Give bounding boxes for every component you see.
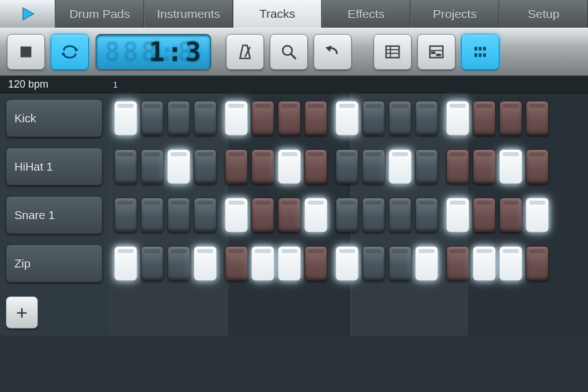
- step-cell[interactable]: [499, 149, 522, 184]
- step-cell[interactable]: [114, 101, 137, 135]
- track-name-kick[interactable]: Kick: [6, 99, 103, 137]
- step-cell[interactable]: [473, 198, 496, 232]
- step-cell[interactable]: [336, 101, 359, 135]
- step-cell[interactable]: [304, 246, 327, 281]
- step-cell[interactable]: [389, 198, 412, 232]
- add-track-button[interactable]: +: [6, 296, 38, 329]
- step-cell[interactable]: [362, 198, 385, 232]
- step-cell[interactable]: [526, 198, 549, 232]
- step-cell[interactable]: [362, 149, 385, 184]
- zoom-button[interactable]: [270, 34, 308, 70]
- step-cell[interactable]: [225, 246, 248, 281]
- step-cell[interactable]: [194, 198, 217, 232]
- step-cell[interactable]: [362, 246, 385, 281]
- step-cell[interactable]: [167, 198, 190, 232]
- step-cell[interactable]: [446, 198, 469, 232]
- tab-effects[interactable]: Effects: [322, 0, 410, 28]
- step-cell[interactable]: [141, 198, 164, 232]
- step-cell[interactable]: [114, 149, 137, 184]
- step-cell[interactable]: [194, 149, 217, 184]
- step-cell[interactable]: [415, 246, 438, 281]
- piano-roll-view-button[interactable]: [417, 34, 455, 70]
- step-cell[interactable]: [194, 101, 217, 135]
- step-cell[interactable]: [446, 101, 469, 135]
- step-cell[interactable]: [141, 149, 164, 184]
- step-cell[interactable]: [141, 246, 164, 281]
- step-cell[interactable]: [415, 149, 438, 184]
- tab-projects[interactable]: Projects: [410, 0, 499, 28]
- step-cell[interactable]: [526, 246, 549, 281]
- step-cell[interactable]: [278, 149, 301, 184]
- step-cell[interactable]: [114, 198, 137, 232]
- step-cell[interactable]: [473, 149, 496, 184]
- tempo-display[interactable]: 120 bpm: [0, 76, 108, 93]
- step-cell[interactable]: [526, 149, 549, 184]
- track-row: [114, 196, 588, 234]
- ruler-bar-1: 1: [113, 80, 118, 89]
- step-cell[interactable]: [278, 198, 301, 232]
- step-cell[interactable]: [225, 149, 248, 184]
- step-cell[interactable]: [141, 101, 164, 135]
- tab-setup[interactable]: Setup: [499, 0, 588, 28]
- tab-label: Projects: [433, 7, 477, 21]
- step-cell[interactable]: [473, 246, 496, 281]
- step-cell[interactable]: [167, 246, 190, 281]
- step-view-button[interactable]: [461, 34, 499, 70]
- metronome-button[interactable]: [226, 34, 264, 70]
- step-cell[interactable]: [304, 198, 327, 232]
- loop-button[interactable]: [51, 34, 89, 70]
- svg-line-6: [291, 54, 296, 59]
- step-cell[interactable]: [225, 101, 248, 135]
- step-cell[interactable]: [473, 101, 496, 135]
- step-cell[interactable]: [304, 101, 327, 135]
- step-cell[interactable]: [446, 149, 469, 184]
- step-cell[interactable]: [225, 198, 248, 232]
- track-label: Zip: [14, 257, 31, 270]
- timeline-ruler[interactable]: 1: [108, 76, 588, 93]
- track-name-snare-1[interactable]: Snare 1: [6, 196, 103, 234]
- step-cell[interactable]: [251, 198, 274, 232]
- play-button[interactable]: [0, 0, 55, 28]
- tab-instruments[interactable]: Instruments: [144, 0, 233, 28]
- step-cell[interactable]: [446, 246, 469, 281]
- step-cell[interactable]: [415, 198, 438, 232]
- step-cell[interactable]: [389, 149, 412, 184]
- step-cell[interactable]: [167, 149, 190, 184]
- tab-tracks[interactable]: Tracks: [233, 0, 322, 28]
- position-display[interactable]: 888:8 1:3: [96, 34, 211, 70]
- track-row: [114, 244, 588, 282]
- step-cell[interactable]: [526, 101, 549, 135]
- step-cell[interactable]: [251, 149, 274, 184]
- step-cell[interactable]: [499, 198, 522, 232]
- track-name-zip[interactable]: Zip: [6, 244, 103, 282]
- search-icon: [280, 43, 297, 61]
- step-cell[interactable]: [362, 101, 385, 135]
- step-cell[interactable]: [278, 246, 301, 281]
- step-cell[interactable]: [336, 198, 359, 232]
- step-cell[interactable]: [167, 101, 190, 135]
- step-cell[interactable]: [336, 149, 359, 184]
- song-view-button[interactable]: [374, 34, 412, 70]
- step-cell[interactable]: [389, 101, 412, 135]
- step-cell[interactable]: [304, 149, 327, 184]
- undo-button[interactable]: [314, 34, 352, 70]
- step-cell[interactable]: [114, 246, 137, 281]
- step-cell[interactable]: [389, 246, 412, 281]
- step-cell[interactable]: [194, 246, 217, 281]
- lcd-ghost: 888:8: [104, 36, 195, 67]
- step-cell[interactable]: [336, 246, 359, 281]
- track-name-hihat-1[interactable]: HiHat 1: [6, 148, 103, 186]
- tab-drum-pads[interactable]: Drum Pads: [55, 0, 144, 28]
- tab-label: Drum Pads: [69, 7, 130, 21]
- step-cell[interactable]: [278, 101, 301, 135]
- step-cell[interactable]: [499, 101, 522, 135]
- step-cell[interactable]: [415, 101, 438, 135]
- step-cell[interactable]: [499, 246, 522, 281]
- step-cell[interactable]: [251, 246, 274, 281]
- stop-icon: [17, 43, 35, 61]
- step-cell[interactable]: [251, 101, 274, 135]
- step-view-icon: [472, 43, 489, 61]
- svg-rect-19: [474, 54, 477, 57]
- svg-marker-2: [76, 48, 78, 52]
- stop-button[interactable]: [7, 34, 45, 70]
